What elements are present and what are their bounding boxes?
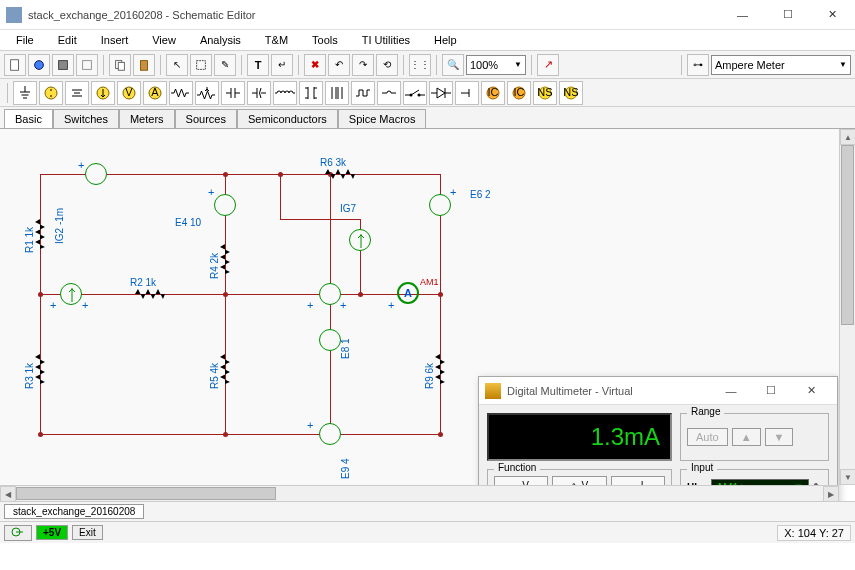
source-e6[interactable]	[429, 194, 451, 216]
paste-button[interactable]	[133, 54, 155, 76]
source-e4[interactable]	[214, 194, 236, 216]
tab-basic[interactable]: Basic	[4, 109, 53, 129]
menu-tools[interactable]: Tools	[302, 32, 348, 48]
range-down-button[interactable]: ▼	[765, 428, 794, 446]
ns-yellow-icon[interactable]: NS	[533, 81, 557, 105]
ammeter-am1[interactable]: A	[397, 282, 419, 304]
tab-meters[interactable]: Meters	[119, 109, 175, 129]
tab-switches[interactable]: Switches	[53, 109, 119, 129]
ic-orange-icon[interactable]: IC	[481, 81, 505, 105]
label-e8: E8 1	[340, 338, 351, 359]
resistor-icon[interactable]	[169, 81, 193, 105]
run-indicator[interactable]	[4, 525, 32, 541]
menu-help[interactable]: Help	[424, 32, 467, 48]
app-icon	[6, 7, 22, 23]
probe-button[interactable]: ↗	[537, 54, 559, 76]
schematic-canvas[interactable]: A R1 1k R3 1k R2 1k R4 2k R5 4k R6 3k R9…	[0, 129, 839, 485]
polar-cap-icon[interactable]	[247, 81, 271, 105]
svg-point-8	[45, 87, 57, 99]
undo-button[interactable]: ↶	[328, 54, 350, 76]
select-tool[interactable]	[190, 54, 212, 76]
tab-spice[interactable]: Spice Macros	[338, 109, 427, 129]
ground-icon[interactable]	[13, 81, 37, 105]
potentiometer-icon[interactable]	[195, 81, 219, 105]
capacitor-icon[interactable]	[221, 81, 245, 105]
transformer-icon[interactable]	[299, 81, 323, 105]
current-source-icon[interactable]	[91, 81, 115, 105]
source-mid[interactable]	[319, 283, 341, 305]
dmm-close[interactable]: ✕	[791, 384, 831, 397]
dmm-title-text: Digital Multimeter - Virtual	[507, 385, 711, 397]
menu-file[interactable]: File	[6, 32, 44, 48]
rotate-button[interactable]: ⟲	[376, 54, 398, 76]
dmm-maximize[interactable]: ☐	[751, 384, 791, 397]
range-auto-button[interactable]: Auto	[687, 428, 728, 446]
menu-ti[interactable]: TI Utilities	[352, 32, 420, 48]
range-up-button[interactable]: ▲	[732, 428, 761, 446]
menu-tm[interactable]: T&M	[255, 32, 298, 48]
maximize-button[interactable]: ☐	[765, 0, 810, 30]
battery-icon[interactable]	[65, 81, 89, 105]
pointer-tool[interactable]: ↖	[166, 54, 188, 76]
new-button[interactable]	[4, 54, 26, 76]
label-e6: E6 2	[470, 189, 491, 200]
zoom-button[interactable]: 🔍	[442, 54, 464, 76]
scroll-up-button[interactable]: ▲	[840, 129, 855, 145]
component-tabs: Basic Switches Meters Sources Semiconduc…	[0, 106, 855, 128]
menu-view[interactable]: View	[142, 32, 186, 48]
zoom-input[interactable]: 100%▼	[466, 55, 526, 75]
pulse-source-icon[interactable]	[351, 81, 375, 105]
dmm-titlebar[interactable]: Digital Multimeter - Virtual — ☐ ✕	[479, 377, 837, 405]
copy-button[interactable]	[109, 54, 131, 76]
label-am1: AM1	[420, 277, 439, 287]
port-icon[interactable]	[455, 81, 479, 105]
label-ig2: IG2 -1m	[54, 208, 65, 244]
ns-yellow2-icon[interactable]: NS	[559, 81, 583, 105]
window-title: stack_exchange_20160208 - Schematic Edit…	[28, 9, 720, 21]
menu-insert[interactable]: Insert	[91, 32, 139, 48]
instrument-select[interactable]: Ampere Meter▼	[711, 55, 851, 75]
source-e8[interactable]	[319, 329, 341, 351]
menu-edit[interactable]: Edit	[48, 32, 87, 48]
vertical-scrollbar[interactable]: ▲ ▼	[839, 129, 855, 485]
coupled-inductor-icon[interactable]	[325, 81, 349, 105]
source-ig7[interactable]	[349, 229, 371, 251]
open-button[interactable]	[28, 54, 50, 76]
label-r4: R4 2k	[209, 253, 220, 279]
horizontal-scrollbar[interactable]: ◀ ▶	[0, 485, 839, 501]
net-button[interactable]: ⊶	[687, 54, 709, 76]
delete-button[interactable]: ✖	[304, 54, 326, 76]
file-tab-bar: stack_exchange_20160208	[0, 501, 855, 521]
text-tool[interactable]: T	[247, 54, 269, 76]
source-ig2[interactable]	[60, 283, 82, 305]
scroll-left-button[interactable]: ◀	[0, 486, 16, 501]
tab-sources[interactable]: Sources	[175, 109, 237, 129]
dmm-minimize[interactable]: —	[711, 385, 751, 397]
exit-button[interactable]: Exit	[72, 525, 103, 540]
menu-analysis[interactable]: Analysis	[190, 32, 251, 48]
close-button[interactable]: ✕	[810, 0, 855, 30]
source-e9[interactable]	[319, 423, 341, 445]
inductor-icon[interactable]	[273, 81, 297, 105]
minimize-button[interactable]: —	[720, 0, 765, 30]
scroll-down-button[interactable]: ▼	[840, 469, 855, 485]
source-top-left[interactable]	[85, 163, 107, 185]
tab-semiconductors[interactable]: Semiconductors	[237, 109, 338, 129]
vmeter-icon[interactable]: V	[117, 81, 141, 105]
voltage-indicator[interactable]: +5V	[36, 525, 68, 540]
link-tool[interactable]: ↵	[271, 54, 293, 76]
redo-button[interactable]: ↷	[352, 54, 374, 76]
scroll-right-button[interactable]: ▶	[823, 486, 839, 501]
grid-button[interactable]: ⋮⋮	[409, 54, 431, 76]
close-file-button[interactable]	[76, 54, 98, 76]
ameter-icon[interactable]: A	[143, 81, 167, 105]
digital-multimeter-window[interactable]: Digital Multimeter - Virtual — ☐ ✕ 1.3mA…	[478, 376, 838, 501]
save-button[interactable]	[52, 54, 74, 76]
wire-tool[interactable]: ✎	[214, 54, 236, 76]
voltage-source-icon[interactable]	[39, 81, 63, 105]
ic-orange2-icon[interactable]: IC	[507, 81, 531, 105]
switch-icon[interactable]	[403, 81, 427, 105]
diode-icon[interactable]	[429, 81, 453, 105]
file-tab[interactable]: stack_exchange_20160208	[4, 504, 144, 519]
jumper-icon[interactable]	[377, 81, 401, 105]
